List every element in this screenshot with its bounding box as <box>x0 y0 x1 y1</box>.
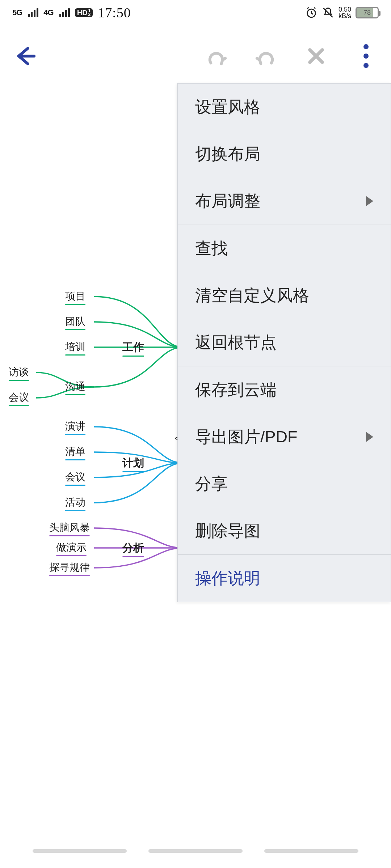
menu-export[interactable]: 导出图片/PDF <box>178 413 391 460</box>
menu-delete-map[interactable]: 删除导图 <box>178 507 391 554</box>
node-activity[interactable]: 活动 <box>65 495 85 511</box>
menu-save-cloud[interactable]: 保存到云端 <box>178 366 391 413</box>
redo-button[interactable] <box>252 42 280 70</box>
menu-switch-layout[interactable]: 切换布局 <box>178 131 391 178</box>
node-project[interactable]: 项目 <box>65 289 85 305</box>
node-training[interactable]: 培训 <box>65 340 85 356</box>
menu-share[interactable]: 分享 <box>178 460 391 507</box>
mute-icon <box>322 7 334 19</box>
nav-recent-button[interactable] <box>33 849 127 853</box>
more-menu-button[interactable] <box>352 42 380 70</box>
menu-clear-style[interactable]: 清空自定义风格 <box>178 272 391 319</box>
branch-work[interactable]: 工作 <box>122 340 144 357</box>
node-team[interactable]: 团队 <box>65 315 85 330</box>
hd-badge: HD 12 <box>75 8 93 17</box>
system-nav-bar <box>0 839 391 868</box>
node-meeting2[interactable]: 会议 <box>65 470 85 486</box>
menu-adjust-layout[interactable]: 布局调整 <box>178 178 391 225</box>
node-list[interactable]: 清单 <box>65 445 85 460</box>
sig1-label: 5G <box>12 8 22 17</box>
branch-plan[interactable]: 计划 <box>122 456 144 472</box>
data-rate: 0.50 kB/s <box>339 6 351 19</box>
node-interview[interactable]: 访谈 <box>9 365 29 381</box>
nav-home-button[interactable] <box>148 849 243 853</box>
menu-back-to-root[interactable]: 返回根节点 <box>178 319 391 366</box>
mindmap-connectors <box>0 275 196 600</box>
status-bar: 5G 4G HD 12 17:50 0.50 kB/s 78 <box>0 0 391 25</box>
close-button[interactable] <box>302 42 330 70</box>
signal-1-bars <box>28 8 38 17</box>
node-meeting[interactable]: 会议 <box>9 391 29 406</box>
alarm-icon <box>305 7 318 19</box>
overflow-menu: 设置风格 切换布局 布局调整 查找 清空自定义风格 返回根节点 保存到云端 导出… <box>177 83 391 602</box>
menu-find[interactable]: 查找 <box>178 225 391 272</box>
menu-help[interactable]: 操作说明 <box>178 555 391 602</box>
back-button[interactable] <box>11 42 39 70</box>
battery-icon: 78 <box>356 7 379 18</box>
menu-set-style[interactable]: 设置风格 <box>178 84 391 131</box>
node-communication[interactable]: 沟通 <box>65 380 85 395</box>
node-brainstorm[interactable]: 头脑风暴 <box>49 521 90 536</box>
undo-button[interactable] <box>202 42 230 70</box>
signal-2-bars <box>59 8 70 17</box>
sig2-label: 4G <box>43 8 53 17</box>
chevron-right-icon <box>366 196 373 206</box>
node-rule[interactable]: 探寻规律 <box>49 561 90 576</box>
chevron-right-icon <box>366 432 373 442</box>
branch-analysis[interactable]: 分析 <box>122 541 144 557</box>
node-speech[interactable]: 演讲 <box>65 420 85 435</box>
status-clock: 17:50 <box>98 5 131 21</box>
nav-back-button[interactable] <box>264 849 358 853</box>
node-demo[interactable]: 做演示 <box>56 541 87 556</box>
editor-toolbar <box>0 31 391 81</box>
